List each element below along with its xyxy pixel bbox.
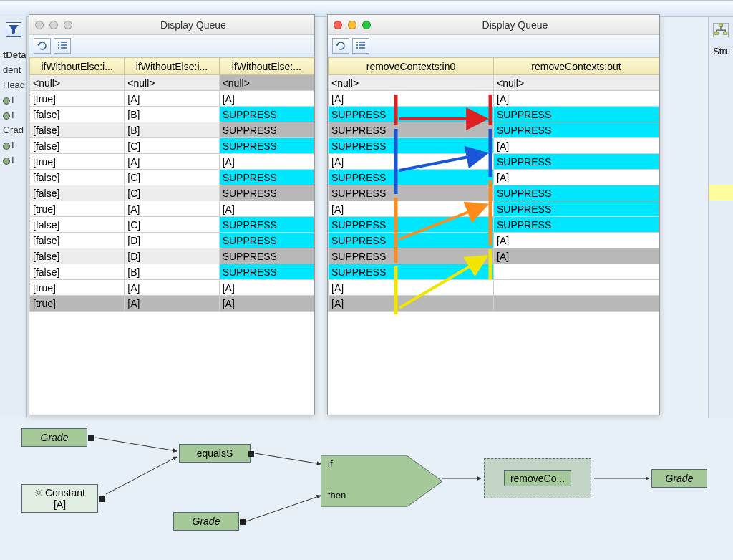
cell[interactable]: [true] [30,154,125,170]
tree-structure-icon[interactable] [713,23,729,37]
cell[interactable]: SUPPRESS [329,122,494,138]
cell[interactable]: SUPPRESS [329,107,494,122]
column-header[interactable]: removeContexts:out [494,58,659,75]
cell[interactable] [494,296,659,312]
cell[interactable]: [C] [125,217,219,233]
list-icon[interactable] [54,38,71,54]
cell[interactable]: SUPPRESS [494,154,659,170]
close-button[interactable] [334,21,342,29]
cell[interactable]: [false] [30,185,125,201]
cell[interactable]: [false] [30,264,125,280]
cell[interactable]: [false] [30,122,125,138]
cell[interactable]: [A] [329,154,494,170]
display-queue-window-right[interactable]: Display Queue removeContexts:in0removeCo… [327,14,660,415]
cell[interactable]: [false] [30,170,125,185]
node-grade-target[interactable]: Grade [651,469,707,488]
refresh-icon[interactable] [34,38,51,54]
cell[interactable]: SUPPRESS [329,217,494,233]
queue-table-left[interactable]: ifWithoutElse:i...ifWithoutElse:i...ifWi… [29,57,314,312]
filter-icon[interactable] [6,22,21,37]
zoom-button[interactable] [362,21,371,29]
cell[interactable]: [A] [329,201,494,217]
cell[interactable] [494,264,659,280]
cell[interactable]: [A] [329,296,494,312]
cell[interactable]: [C] [125,170,219,185]
cell[interactable]: SUPPRESS [494,107,659,122]
cell[interactable]: SUPPRESS [329,185,494,201]
node-grade-source-2[interactable]: Grade [173,512,239,531]
cell[interactable]: SUPPRESS [219,217,314,233]
cell[interactable]: [A] [494,170,659,185]
cell[interactable]: <null> [494,75,659,91]
cell[interactable]: [A] [329,91,494,107]
node-remove-contexts[interactable]: removeCo... [484,458,591,498]
minimize-button[interactable] [49,21,58,29]
cell[interactable]: SUPPRESS [219,138,314,154]
cell[interactable]: [false] [30,107,125,122]
cell[interactable]: SUPPRESS [329,248,494,264]
cell[interactable]: <null> [219,75,314,91]
cell[interactable]: [B] [125,122,219,138]
cell[interactable]: SUPPRESS [219,170,314,185]
cell[interactable]: [A] [125,201,219,217]
titlebar[interactable]: Display Queue [328,15,659,35]
cell[interactable]: SUPPRESS [494,185,659,201]
cell[interactable] [494,280,659,296]
cell[interactable]: <null> [125,75,219,91]
close-button[interactable] [35,21,44,29]
cell[interactable]: [B] [125,107,219,122]
cell[interactable]: SUPPRESS [219,185,314,201]
cell[interactable]: [A] [219,154,314,170]
cell[interactable]: [C] [125,138,219,154]
cell[interactable]: [A] [494,138,659,154]
cell[interactable]: [A] [125,296,219,312]
cell[interactable]: [B] [125,264,219,280]
cell[interactable]: [D] [125,248,219,264]
cell[interactable]: [false] [30,217,125,233]
cell[interactable]: [A] [219,201,314,217]
cell[interactable]: SUPPRESS [494,122,659,138]
cell[interactable]: [true] [30,91,125,107]
node-equalss[interactable]: equalsS [179,444,251,463]
cell[interactable]: [A] [494,248,659,264]
cell[interactable]: <null> [329,75,494,91]
list-icon[interactable] [352,38,369,54]
column-header[interactable]: ifWithoutElse:i... [30,58,125,75]
cell[interactable]: SUPPRESS [329,138,494,154]
cell[interactable]: SUPPRESS [329,233,494,248]
cell[interactable]: SUPPRESS [219,233,314,248]
cell[interactable]: SUPPRESS [219,122,314,138]
zoom-button[interactable] [64,21,72,29]
cell[interactable]: <null> [30,75,125,91]
cell[interactable]: [A] [125,154,219,170]
cell[interactable]: [A] [219,296,314,312]
cell[interactable]: SUPPRESS [219,248,314,264]
cell[interactable]: [A] [125,91,219,107]
cell[interactable]: [false] [30,138,125,154]
cell[interactable]: [true] [30,296,125,312]
refresh-icon[interactable] [332,38,349,54]
column-header[interactable]: ifWithoutElse:... [219,58,314,75]
cell[interactable]: [true] [30,280,125,296]
cell[interactable]: [false] [30,248,125,264]
cell[interactable]: [A] [329,280,494,296]
cell[interactable]: [A] [494,91,659,107]
cell[interactable]: [D] [125,233,219,248]
column-header[interactable]: removeContexts:in0 [329,58,494,75]
cell[interactable]: SUPPRESS [219,107,314,122]
node-constant[interactable]: Constant [A] [21,484,98,513]
cell[interactable]: [true] [30,201,125,217]
cell[interactable]: SUPPRESS [219,264,314,280]
cell[interactable]: SUPPRESS [494,201,659,217]
node-grade-source-1[interactable]: Grade [21,428,87,447]
display-queue-window-left[interactable]: Display Queue ifWithoutElse:i...ifWithou… [29,14,315,415]
cell[interactable]: SUPPRESS [494,217,659,233]
cell[interactable]: [A] [494,233,659,248]
minimize-button[interactable] [348,21,356,29]
cell[interactable]: [C] [125,185,219,201]
queue-table-right[interactable]: removeContexts:in0removeContexts:out<nul… [328,57,659,312]
cell[interactable]: SUPPRESS [329,264,494,280]
cell[interactable]: SUPPRESS [329,170,494,185]
cell[interactable]: [false] [30,233,125,248]
column-header[interactable]: ifWithoutElse:i... [125,58,219,75]
